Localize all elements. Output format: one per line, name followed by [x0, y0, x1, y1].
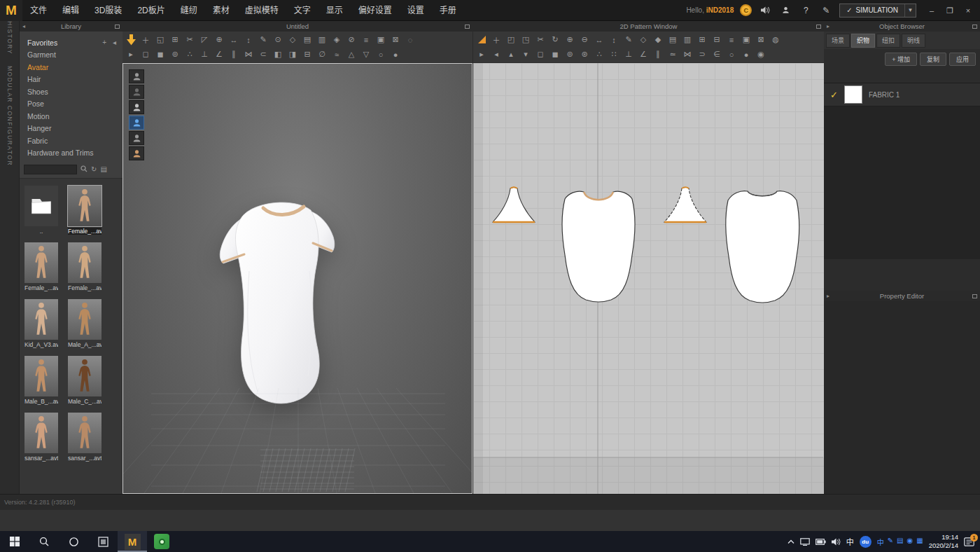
pattern-piece-bodice-front[interactable]	[562, 191, 635, 302]
collapse-icon[interactable]: ⊟	[300, 48, 314, 61]
gizmo-icon[interactable]: ⊥	[197, 48, 211, 61]
remove-point-icon[interactable]: ⊖	[578, 33, 592, 46]
contain-icon[interactable]: ∈	[710, 48, 724, 61]
show-pattern-toggle-icon[interactable]: ◼	[548, 48, 562, 61]
start-button[interactable]	[0, 531, 29, 552]
scissors-icon[interactable]: ✂	[183, 33, 197, 46]
menu-item-素材[interactable]: 素材	[205, 0, 237, 21]
add-point-icon[interactable]: ⊕	[563, 33, 577, 46]
collapse-right-icon[interactable]: ▸	[827, 23, 830, 29]
taskbar-clock[interactable]: 19:14 2020/2/14	[929, 533, 958, 550]
solid-tool-icon[interactable]: ●	[388, 48, 402, 61]
mesh-select-icon[interactable]: ⊞	[168, 33, 182, 46]
collapse-right-icon[interactable]: ▸	[827, 293, 830, 299]
transform-pattern-icon[interactable]	[475, 33, 489, 46]
canvas-2d[interactable]	[473, 63, 824, 494]
history-tab[interactable]: HISTORY	[6, 21, 13, 55]
simulation-dropdown-icon[interactable]: ▼	[904, 4, 916, 17]
pin-tool-icon[interactable]: ◸	[197, 33, 211, 46]
grain-line-icon[interactable]: ∷	[607, 48, 621, 61]
add-pin-icon[interactable]: ⊕	[212, 33, 226, 46]
fold-arrangement-icon[interactable]: ▤	[300, 33, 314, 46]
sewing-edit-icon[interactable]: ✎	[256, 33, 270, 46]
menu-item-显示[interactable]: 显示	[318, 0, 351, 21]
mesh-down-icon[interactable]: ▽	[359, 48, 373, 61]
polygon-draw-icon[interactable]: ✎	[622, 33, 636, 46]
select-move-icon[interactable]: ＋	[139, 33, 153, 46]
avatar-skin-icon[interactable]	[129, 146, 144, 160]
hide-icon[interactable]: ∅	[315, 48, 329, 61]
app-logo[interactable]: M	[0, 0, 22, 21]
menu-item-文件[interactable]: 文件	[22, 0, 55, 21]
zipper-icon[interactable]: ◉	[754, 48, 768, 61]
notch-icon[interactable]: ∴	[592, 48, 606, 61]
menu-item-文字[interactable]: 文字	[286, 0, 318, 21]
hardware-icon[interactable]: ◈	[330, 33, 344, 46]
symmetry-icon[interactable]: ⋈	[680, 48, 694, 61]
taskbar-app-marvelous[interactable]: M	[118, 531, 147, 552]
ime-language-indicator[interactable]: 中	[846, 536, 854, 547]
free-sewing-icon[interactable]: ⊙	[271, 33, 285, 46]
show-avatar-toggle-icon[interactable]: ◼	[153, 48, 167, 61]
account-icon[interactable]	[778, 4, 792, 18]
popout-icon[interactable]	[972, 25, 977, 29]
object-browser-button-增加[interactable]: + 增加	[885, 53, 917, 66]
library-item-motion[interactable]: Motion	[20, 110, 122, 123]
move-vertical-icon[interactable]: ↕	[241, 33, 255, 46]
close-button[interactable]: ×	[959, 0, 977, 21]
speaker-icon[interactable]	[758, 4, 772, 18]
library-thumb-Female_...avt[interactable]: Female_...avt	[68, 186, 102, 235]
menu-item-偏好设置[interactable]: 偏好设置	[351, 0, 400, 21]
rectangle-draw-icon[interactable]: ◇	[636, 33, 650, 46]
help-icon[interactable]: ?	[799, 4, 813, 18]
list-view-icon[interactable]: ▤	[100, 166, 106, 173]
marker-icon[interactable]: ◌	[403, 33, 417, 46]
delete-pattern-icon[interactable]: ⊠	[754, 33, 768, 46]
wrinkle-icon[interactable]: ≈	[330, 48, 344, 61]
baidu-toolbar-icon[interactable]: ✎	[888, 537, 893, 547]
library-thumb-parent-folder[interactable]: ..	[24, 186, 58, 235]
free-sew-icon[interactable]: ◂	[489, 48, 503, 61]
circle-tool-icon[interactable]: ○	[374, 48, 388, 61]
pattern-texture-icon[interactable]: ▣	[739, 33, 753, 46]
task-view-button[interactable]	[88, 531, 118, 552]
parallel-icon[interactable]: ∥	[227, 48, 241, 61]
parallel-pattern-icon[interactable]: ∥	[651, 48, 665, 61]
steam-icon[interactable]: ⊘	[344, 33, 358, 46]
segment-sew-icon[interactable]: ▸	[475, 48, 489, 61]
library-thumb-Female_...avt[interactable]: Female_...avt	[24, 242, 58, 291]
rect-select-icon[interactable]: ◱	[153, 33, 167, 46]
stretch-v-icon[interactable]: ↕	[607, 33, 621, 46]
pattern-piece-bodice-back[interactable]	[726, 191, 799, 303]
volume-icon[interactable]	[832, 538, 841, 546]
baidu-toolbar-icon[interactable]: ◉	[907, 537, 913, 547]
menu-item-缝纫[interactable]: 缝纫	[173, 0, 205, 21]
object-browser-tab-织物[interactable]: 织物	[851, 34, 875, 48]
canvas-3d[interactable]	[122, 63, 472, 494]
notification-button[interactable]: 1	[964, 537, 974, 546]
customize-icon[interactable]: ✎	[819, 4, 833, 18]
circle-draw-icon[interactable]: ◆	[651, 33, 665, 46]
dart-icon[interactable]: ▤	[666, 33, 680, 46]
taskbar-app-green[interactable]	[147, 531, 176, 552]
library-thumb-Male_A_...avt[interactable]: Male_A_...avt	[68, 299, 102, 348]
library-item-hair[interactable]: Hair	[20, 74, 122, 86]
wrap-icon[interactable]: ⊂	[256, 48, 270, 61]
menu-item-3D服装[interactable]: 3D服装	[87, 0, 130, 21]
search-icon[interactable]	[80, 165, 88, 174]
object-browser-tab-明线[interactable]: 明线	[902, 34, 925, 48]
library-thumb-Male_B_...avt[interactable]: Male_B_...avt	[24, 356, 58, 405]
play-icon[interactable]: ▸	[124, 48, 138, 61]
menu-item-编辑[interactable]: 编辑	[55, 0, 87, 21]
stretch-h-icon[interactable]: ↔	[592, 33, 606, 46]
baseline-icon[interactable]: ⊥	[622, 48, 636, 61]
modular-configurator-tab[interactable]: MODULAR CONFIGURATOR	[6, 66, 13, 166]
add-favorite-icon[interactable]: +	[102, 39, 113, 46]
seam-allowance-icon[interactable]: ≡	[724, 33, 738, 46]
popout-icon[interactable]	[115, 25, 120, 29]
bind-icon[interactable]: ⋈	[241, 48, 255, 61]
library-item-hardware-and-trims[interactable]: Hardware and Trims	[20, 147, 122, 160]
show-head-icon[interactable]	[129, 100, 144, 114]
internal-rect-icon[interactable]: ⊞	[695, 33, 709, 46]
menu-item-2D板片[interactable]: 2D板片	[130, 0, 172, 21]
